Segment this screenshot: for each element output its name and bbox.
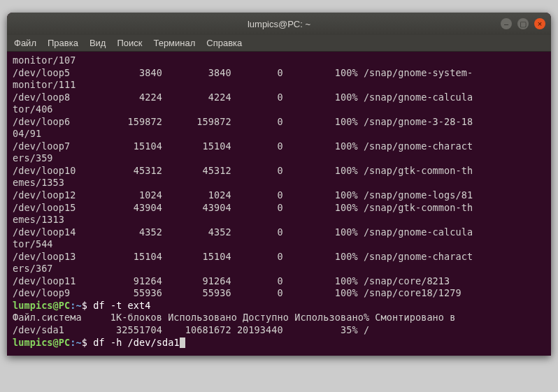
maximize-button[interactable]: ▢ <box>517 18 529 29</box>
menu-view[interactable]: Вид <box>90 38 106 48</box>
prompt-dollar: $ <box>82 337 87 348</box>
prompt-user: lumpics@PC <box>13 337 70 348</box>
terminal-output[interactable]: monitor/107 /dev/loop5 3840 3840 0 100% … <box>7 52 551 356</box>
close-button[interactable]: × <box>534 18 545 29</box>
menu-edit[interactable]: Правка <box>48 38 78 48</box>
prompt-dollar: $ <box>82 300 87 311</box>
menubar: Файл Правка Вид Поиск Терминал Справка <box>7 35 551 52</box>
prompt-colon: : <box>70 337 76 348</box>
prompt-user: lumpics@PC <box>13 300 70 311</box>
titlebar[interactable]: lumpics@PC: ~ – ▢ × <box>7 13 551 35</box>
menu-help[interactable]: Справка <box>206 38 242 48</box>
menu-file[interactable]: Файл <box>14 38 36 48</box>
command-text: df -h /dev/sda1 <box>93 337 179 348</box>
prompt-colon: : <box>70 300 76 311</box>
menu-search[interactable]: Поиск <box>117 38 142 48</box>
window-buttons: – ▢ × <box>501 18 545 29</box>
terminal-window: lumpics@PC: ~ – ▢ × Файл Правка Вид Поис… <box>7 13 551 356</box>
menu-terminal[interactable]: Терминал <box>153 38 195 48</box>
prompt-path: ~ <box>76 337 82 348</box>
prompt-path: ~ <box>76 300 82 311</box>
cursor <box>180 337 185 348</box>
window-title: lumpics@PC: ~ <box>248 19 310 29</box>
minimize-button[interactable]: – <box>501 18 512 29</box>
command-text: df -t ext4 <box>93 300 150 311</box>
